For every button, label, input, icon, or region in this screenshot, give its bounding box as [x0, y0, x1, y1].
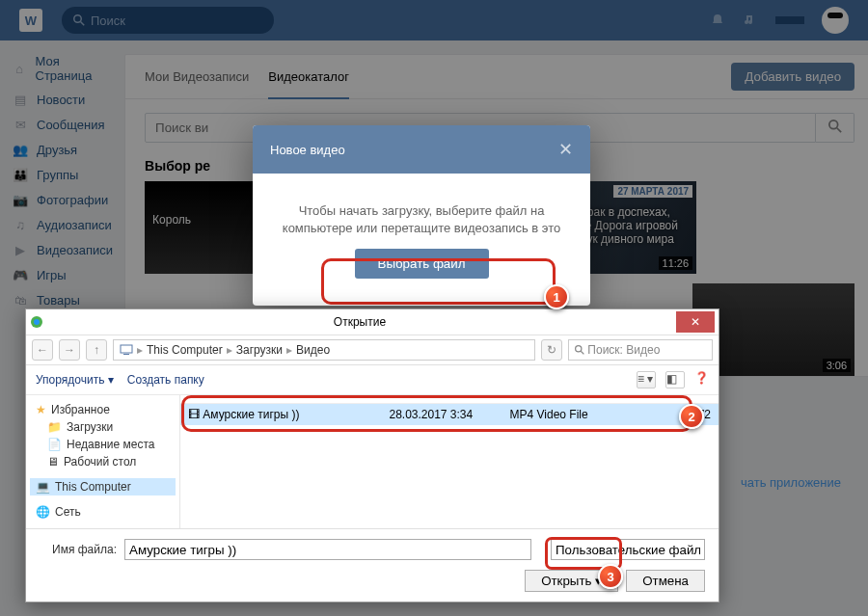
svg-point-8	[576, 346, 582, 352]
folder-tree[interactable]: ★Избранное 📁Загрузки 📄Недавние места 🖥Ра…	[26, 395, 180, 528]
computer-icon: 💻	[36, 480, 50, 494]
modal-close-button[interactable]: ✕	[558, 139, 573, 160]
file-open-dialog: Открытие ✕ ← → ↑ ▸This Computer ▸Загрузк…	[25, 308, 719, 603]
view-options-button[interactable]: ≡ ▾	[637, 371, 656, 388]
folder-icon: 📁	[47, 420, 62, 434]
desktop-icon: 🖥	[47, 455, 59, 469]
annotation-number-3: 3	[598, 564, 623, 589]
dialog-close-button[interactable]: ✕	[676, 311, 715, 333]
file-list: 🎞 Амурские тигры )) 28.03.2017 3:34 MP4 …	[180, 395, 719, 528]
dialog-search[interactable]: Поиск: Видео	[568, 339, 713, 361]
filename-label: Имя файла:	[40, 543, 117, 556]
modal-instruction: Чтобы начать загрузку, выберите файл на …	[280, 202, 563, 237]
star-icon: ★	[36, 403, 46, 416]
search-icon	[575, 345, 584, 355]
chrome-icon	[30, 315, 43, 329]
computer-icon	[120, 344, 133, 356]
filename-input[interactable]	[124, 539, 531, 560]
filetype-select[interactable]	[551, 539, 705, 560]
annotation-number-1: 1	[544, 284, 569, 309]
organize-menu[interactable]: Упорядочить ▾	[36, 373, 114, 387]
choose-file-button[interactable]: Выбрать файл	[355, 249, 489, 279]
dialog-title: Открытие	[43, 315, 676, 329]
nav-forward-button[interactable]: →	[59, 339, 80, 361]
svg-line-9	[581, 351, 583, 354]
nav-up-button[interactable]: ↑	[86, 339, 107, 361]
new-folder-button[interactable]: Создать папку	[127, 373, 204, 387]
upload-modal: Новое видео ✕ Чтобы начать загрузку, выб…	[253, 125, 590, 306]
video-file-icon: 🎞	[188, 408, 200, 421]
refresh-button[interactable]: ↻	[541, 339, 562, 361]
nav-back-button[interactable]: ←	[32, 339, 53, 361]
preview-pane-button[interactable]: ◧	[665, 371, 685, 388]
breadcrumb[interactable]: ▸This Computer ▸Загрузки ▸Видео	[113, 339, 535, 361]
svg-rect-7	[123, 354, 129, 355]
annotation-number-2: 2	[679, 404, 704, 429]
folder-icon: 📄	[47, 438, 62, 451]
modal-title: Новое видео	[270, 143, 345, 157]
help-button[interactable]: ❓	[694, 371, 709, 388]
svg-point-5	[34, 319, 40, 325]
file-row[interactable]: 🎞 Амурские тигры )) 28.03.2017 3:34 MP4 …	[180, 404, 719, 425]
download-app-link[interactable]: чать приложение	[741, 475, 841, 490]
network-icon: 🌐	[36, 505, 50, 519]
svg-rect-6	[121, 345, 132, 353]
cancel-button[interactable]: Отмена	[626, 570, 705, 592]
